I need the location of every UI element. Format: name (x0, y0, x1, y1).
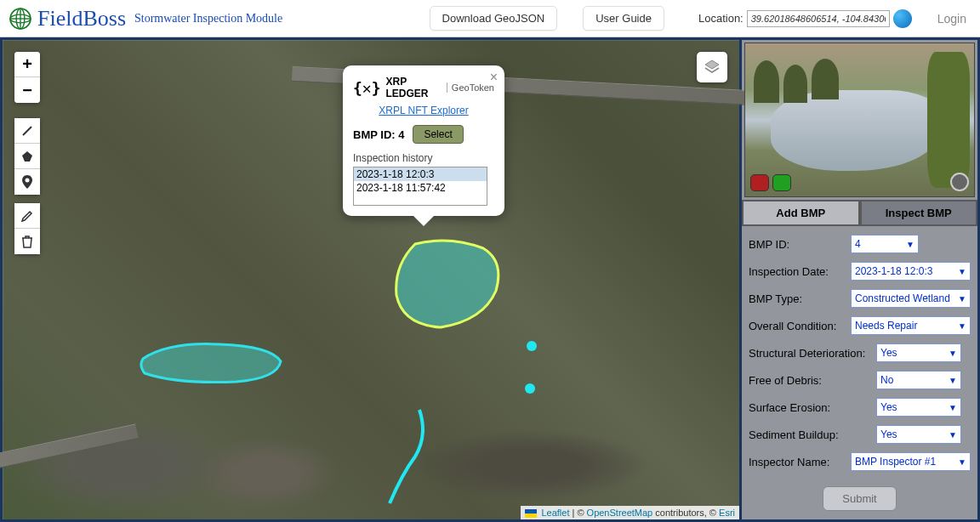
zoom-in-button[interactable]: + (14, 52, 40, 77)
svg-point-7 (26, 179, 30, 183)
debris-select[interactable]: No▼ (876, 371, 961, 389)
osm-link[interactable]: OpenStreetMap (587, 508, 653, 518)
map-attribution: Leaflet | © OpenStreetMap contributors, … (521, 506, 739, 519)
date-select[interactable]: 2023-1-18 12:0:3▼ (851, 262, 971, 281)
draw-polygon-button[interactable] (14, 144, 40, 169)
sediment-select[interactable]: Yes▼ (876, 425, 961, 444)
type-label: BMP Type: (749, 292, 851, 305)
module-subtitle: Stormwater Inspection Module (134, 12, 282, 26)
draw-line-button[interactable] (14, 118, 40, 144)
svg-line-5 (23, 127, 31, 135)
tab-inspect-bmp[interactable]: Inspect BMP (860, 200, 978, 226)
history-item[interactable]: 2023-1-18 12:0:3 (354, 167, 487, 181)
tab-add-bmp[interactable]: Add BMP (742, 200, 860, 226)
photo-accept-button[interactable] (772, 174, 791, 191)
login-link[interactable]: Login (937, 12, 966, 26)
erosion-label: Surface Erosion: (749, 401, 876, 414)
map-popup: × {✕} XRP LEDGER GeoToken XRPL NFT Explo… (343, 65, 504, 216)
deterioration-select[interactable]: Yes▼ (876, 343, 961, 362)
header-bar: FieldBoss Stormwater Inspection Module D… (0, 0, 980, 37)
bmp-tabs: Add BMP Inspect BMP (742, 200, 977, 226)
xrpl-explorer-link[interactable]: XRPL NFT Explorer (353, 105, 494, 116)
camera-button[interactable] (950, 173, 969, 191)
edit-button[interactable] (14, 203, 40, 229)
bmp-polygon[interactable] (134, 338, 288, 389)
sediment-label: Sediment Buildup: (749, 428, 876, 441)
debris-label: Free of Debris: (749, 374, 876, 387)
edit-toolbar (14, 203, 40, 254)
brand-title: FieldBoss (37, 6, 126, 31)
inspector-select[interactable]: BMP Inspector #1▼ (851, 452, 971, 471)
delete-button[interactable] (14, 229, 40, 254)
erosion-select[interactable]: Yes▼ (876, 398, 961, 417)
esri-link[interactable]: Esri (719, 508, 735, 518)
bmp-id-label: BMP ID: (749, 238, 851, 251)
popup-bmp-id: BMP ID: 4 (353, 128, 404, 141)
download-geojson-button[interactable]: Download GeoJSON (430, 6, 558, 31)
popup-ledger-sub: GeoToken (447, 82, 494, 93)
draw-marker-button[interactable] (14, 169, 40, 195)
popup-close-button[interactable]: × (490, 70, 498, 85)
layers-button[interactable] (697, 52, 727, 82)
layers-icon (703, 58, 721, 77)
history-listbox[interactable]: 2023-1-18 12:0:3 2023-1-18 11:57:42 (353, 167, 487, 206)
bmp-point[interactable] (527, 341, 537, 351)
xrp-logo-icon: {✕} (353, 79, 381, 97)
sidebar-panel: Add BMP Inspect BMP BMP ID:4▼ Inspection… (742, 37, 980, 522)
deterioration-label: Structural Deterioration: (749, 347, 876, 360)
globe-icon[interactable] (893, 9, 912, 28)
zoom-control: + − (14, 52, 40, 103)
history-item[interactable]: 2023-1-18 11:57:42 (354, 181, 487, 195)
ukraine-flag-icon (525, 509, 537, 518)
date-label: Inspection Date: (749, 265, 851, 278)
leaflet-link[interactable]: Leaflet (541, 508, 569, 518)
user-guide-button[interactable]: User Guide (583, 6, 664, 31)
inspection-form: BMP ID:4▼ Inspection Date:2023-1-18 12:0… (742, 226, 977, 519)
popup-ledger-title: XRP LEDGER (386, 76, 442, 99)
location-label: Location: (698, 12, 744, 25)
map-container[interactable]: + − × {✕} XRP LEDGER GeoToken XRPL NFT E… (0, 37, 742, 522)
globe-logo-icon (9, 7, 32, 31)
condition-label: Overall Condition: (749, 320, 851, 332)
submit-button[interactable]: Submit (823, 486, 896, 511)
type-select[interactable]: Constructed Wetland▼ (851, 289, 971, 308)
location-input[interactable] (747, 10, 890, 27)
history-label: Inspection history (353, 152, 494, 164)
bmp-photo (744, 43, 975, 197)
condition-select[interactable]: Needs Repair▼ (851, 316, 971, 335)
draw-toolbar (14, 118, 40, 195)
popup-select-button[interactable]: Select (413, 125, 463, 144)
zoom-out-button[interactable]: − (14, 77, 40, 103)
inspector-label: Inspector Name: (749, 456, 851, 468)
bmp-polygon[interactable] (390, 235, 509, 333)
bmp-id-select[interactable]: 4▼ (851, 235, 919, 253)
bmp-line[interactable] (385, 406, 487, 508)
bmp-point[interactable] (525, 383, 535, 394)
svg-marker-6 (22, 151, 32, 162)
photo-reject-button[interactable] (750, 174, 769, 191)
